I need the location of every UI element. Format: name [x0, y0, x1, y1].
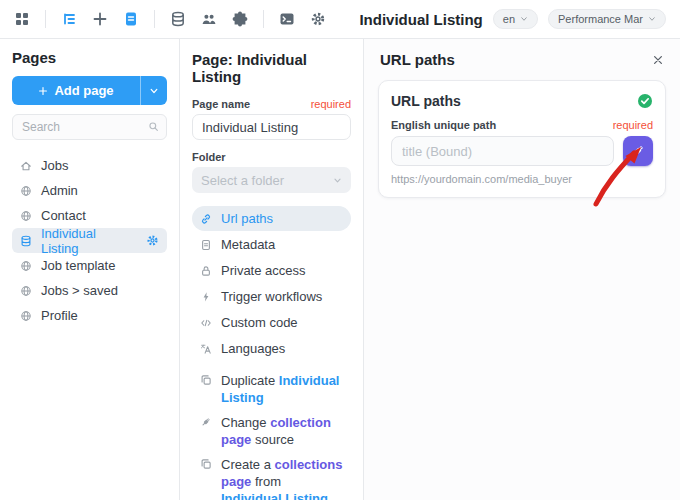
sidebar-item-jobs-saved[interactable]: Jobs > saved: [12, 278, 167, 303]
unique-path-label: English unique path: [391, 119, 496, 131]
page-label: Admin: [41, 183, 78, 198]
team-users-icon[interactable]: [201, 11, 217, 27]
sidebar-item-contact[interactable]: Contact: [12, 203, 167, 228]
sidebar-item-job-template[interactable]: Job template: [12, 253, 167, 278]
menu-label: Languages: [221, 341, 285, 356]
page-actions: Duplicate Individual Listing Change coll…: [192, 368, 351, 500]
required-badge: required: [311, 98, 351, 110]
environment-value: Performance Mar: [558, 13, 643, 25]
required-badge: required: [613, 119, 653, 131]
action-change-collection-source[interactable]: Change collection page source: [192, 410, 351, 452]
page-name-label: Page name: [192, 98, 250, 110]
database-icon[interactable]: [170, 11, 186, 27]
settings-gear-icon[interactable]: [310, 11, 326, 27]
chevron-down-icon: [149, 86, 159, 96]
add-page-button[interactable]: Add page: [12, 76, 140, 105]
console-terminal-icon[interactable]: [279, 11, 295, 27]
add-page-split-button: Add page: [12, 76, 167, 105]
add-page-label: Add page: [54, 83, 113, 98]
sidebar-item-individual-listing[interactable]: Individual Listing: [12, 228, 167, 253]
sidebar-title: Pages: [12, 49, 167, 66]
folder-label: Folder: [192, 151, 226, 163]
page-label: Jobs: [41, 158, 68, 173]
toolbar-divider: [263, 10, 264, 28]
menu-item-private-access[interactable]: Private access: [192, 258, 351, 283]
link-icon: [200, 213, 212, 225]
close-icon[interactable]: [652, 54, 664, 66]
menu-label: Custom code: [221, 315, 298, 330]
sidebar-item-jobs[interactable]: Jobs: [12, 153, 167, 178]
plus-icon: [38, 86, 48, 96]
add-page-menu-button[interactable]: [140, 76, 167, 105]
duplicate-copy-icon: [200, 458, 212, 470]
top-toolbar: Individual Listing en Performance Mar: [0, 0, 680, 39]
url-paths-panel-title: URL paths: [380, 51, 455, 68]
sidebar-item-admin[interactable]: Admin: [12, 178, 167, 203]
translate-icon: [200, 343, 212, 355]
page-search-input[interactable]: [12, 114, 167, 140]
toolbar-divider: [45, 10, 46, 28]
chevron-down-icon: [648, 15, 656, 23]
page-label: Job template: [41, 258, 115, 273]
page-search: [12, 114, 167, 140]
topbar-right-group: Individual Listing en Performance Mar: [359, 9, 666, 29]
lock-icon: [200, 265, 212, 277]
toolbar-divider: [154, 10, 155, 28]
plugins-puzzle-icon[interactable]: [232, 11, 248, 27]
environment-dropdown[interactable]: Performance Mar: [548, 9, 666, 29]
chevron-down-icon: [333, 176, 342, 185]
current-page-title: Individual Listing: [359, 11, 482, 28]
globe-icon: [20, 310, 32, 322]
pages-sidebar: Pages Add page Jobs Admin: [0, 39, 180, 500]
globe-icon: [20, 260, 32, 272]
sidebar-item-profile[interactable]: Profile: [12, 303, 167, 328]
app-grid-icon[interactable]: [14, 11, 30, 27]
chevron-down-icon: [520, 15, 528, 23]
success-check-icon: [637, 93, 653, 109]
url-paths-panel: URL paths URL paths English unique path …: [364, 39, 680, 500]
add-icon[interactable]: [92, 11, 108, 27]
menu-item-custom-code[interactable]: Custom code: [192, 310, 351, 335]
menu-label: Metadata: [221, 237, 275, 252]
folder-select-value: Select a folder: [201, 173, 284, 188]
metadata-doc-icon: [200, 239, 212, 251]
bind-plug-icon: [630, 143, 646, 159]
search-icon: [148, 121, 159, 132]
page-label: Profile: [41, 308, 78, 323]
card-title: URL paths: [391, 93, 461, 109]
menu-label: Private access: [221, 263, 306, 278]
menu-item-languages[interactable]: Languages: [192, 336, 351, 361]
globe-icon: [20, 285, 32, 297]
menu-item-trigger-workflows[interactable]: Trigger workflows: [192, 284, 351, 309]
action-label: Change collection page source: [221, 414, 343, 448]
panel-title: Page: Individual Listing: [192, 51, 351, 85]
language-dropdown[interactable]: en: [493, 9, 538, 29]
home-icon: [20, 160, 32, 172]
unique-path-input[interactable]: [391, 136, 614, 166]
page-label: Contact: [41, 208, 86, 223]
page-tree-icon[interactable]: [61, 11, 77, 27]
url-preview: https://yourdomain.com/media_buyer: [391, 173, 653, 185]
action-duplicate-page[interactable]: Duplicate Individual Listing: [192, 368, 351, 410]
duplicate-copy-icon: [200, 374, 212, 386]
folder-select[interactable]: Select a folder: [192, 167, 351, 193]
page-settings-panel: Page: Individual Listing Page name requi…: [180, 39, 364, 500]
globe-icon: [20, 185, 32, 197]
pages-document-icon[interactable]: [123, 11, 139, 27]
plug-icon: [200, 416, 212, 428]
database-icon: [20, 235, 32, 247]
code-icon: [200, 317, 212, 329]
menu-label: Trigger workflows: [221, 289, 322, 304]
bind-data-button[interactable]: [623, 136, 653, 166]
action-create-collections-page[interactable]: Create a collections page from Individua…: [192, 452, 351, 500]
page-label: Jobs > saved: [41, 283, 118, 298]
page-settings-gear-icon[interactable]: [146, 234, 159, 247]
action-label: Duplicate Individual Listing: [221, 372, 343, 406]
menu-item-metadata[interactable]: Metadata: [192, 232, 351, 257]
lightning-icon: [200, 291, 212, 303]
page-list: Jobs Admin Contact Individual Listing Jo…: [12, 153, 167, 328]
url-paths-card: URL paths English unique path required h…: [378, 80, 666, 198]
menu-item-url-paths[interactable]: Url paths: [192, 206, 351, 231]
page-settings-menu: Url paths Metadata Private access Trigge…: [192, 206, 351, 361]
page-name-input[interactable]: [192, 114, 351, 140]
